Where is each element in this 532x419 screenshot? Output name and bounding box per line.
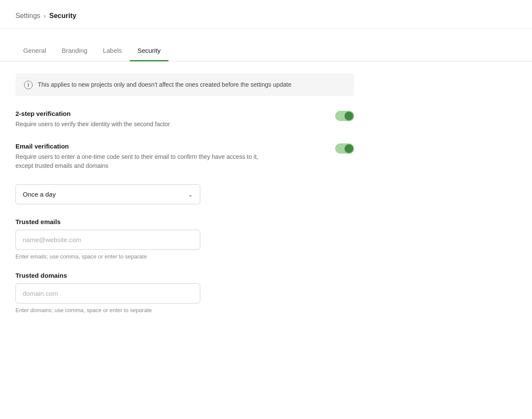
- trusted-emails-group: Trusted emails Enter emails; use comma, …: [15, 218, 354, 260]
- email-verification-row: Email verification Require users to ente…: [15, 143, 354, 170]
- email-verification-toggle-track: [335, 143, 354, 154]
- tab-branding[interactable]: Branding: [54, 41, 95, 61]
- trusted-emails-label: Trusted emails: [15, 218, 354, 225]
- chevron-down-icon: ⌄: [188, 191, 193, 198]
- frequency-dropdown-value: Once a day: [23, 191, 56, 198]
- breadcrumb-settings[interactable]: Settings: [15, 12, 40, 20]
- info-banner: i This applies to new projects only and …: [15, 73, 354, 96]
- email-verification-title: Email verification: [15, 143, 316, 150]
- trusted-domains-hint: Enter domains; use comma, space or enter…: [15, 307, 354, 313]
- two-step-toggle[interactable]: [335, 111, 354, 121]
- two-step-toggle-container[interactable]: [335, 111, 354, 121]
- email-verification-toggle-thumb: [345, 144, 353, 153]
- tabs-container: General Branding Labels Security: [0, 41, 532, 61]
- main-content: i This applies to new projects only and …: [0, 61, 370, 337]
- breadcrumb-current: Security: [49, 12, 76, 20]
- two-step-toggle-thumb: [345, 112, 353, 120]
- two-step-info: 2-step verification Require users to ver…: [15, 110, 316, 129]
- trusted-emails-input[interactable]: [15, 230, 200, 250]
- frequency-dropdown[interactable]: Once a day ⌄: [15, 184, 200, 204]
- info-banner-text: This applies to new projects only and do…: [38, 80, 291, 89]
- two-step-title: 2-step verification: [15, 110, 316, 117]
- tab-general[interactable]: General: [15, 41, 54, 61]
- two-step-verification-row: 2-step verification Require users to ver…: [15, 110, 354, 129]
- breadcrumb-chevron-icon: ›: [44, 12, 46, 19]
- trusted-domains-label: Trusted domains: [15, 272, 354, 279]
- tab-security[interactable]: Security: [130, 41, 168, 61]
- trusted-emails-hint: Enter emails; use comma, space or enter …: [15, 253, 354, 260]
- email-verification-description: Require users to enter a one-time code s…: [15, 152, 265, 170]
- frequency-dropdown-container: Once a day ⌄: [15, 184, 354, 204]
- email-verification-toggle-container[interactable]: [335, 143, 354, 154]
- page-container: Settings › Security General Branding Lab…: [0, 0, 532, 337]
- email-verification-info: Email verification Require users to ente…: [15, 143, 316, 170]
- two-step-description: Require users to verify their identity w…: [15, 120, 265, 129]
- trusted-domains-input[interactable]: [15, 283, 200, 304]
- two-step-toggle-track: [335, 111, 354, 121]
- email-verification-toggle[interactable]: [335, 143, 354, 154]
- info-icon: i: [24, 81, 33, 89]
- trusted-domains-group: Trusted domains Enter domains; use comma…: [15, 272, 354, 313]
- breadcrumb: Settings › Security: [0, 0, 532, 29]
- tab-labels[interactable]: Labels: [95, 41, 129, 61]
